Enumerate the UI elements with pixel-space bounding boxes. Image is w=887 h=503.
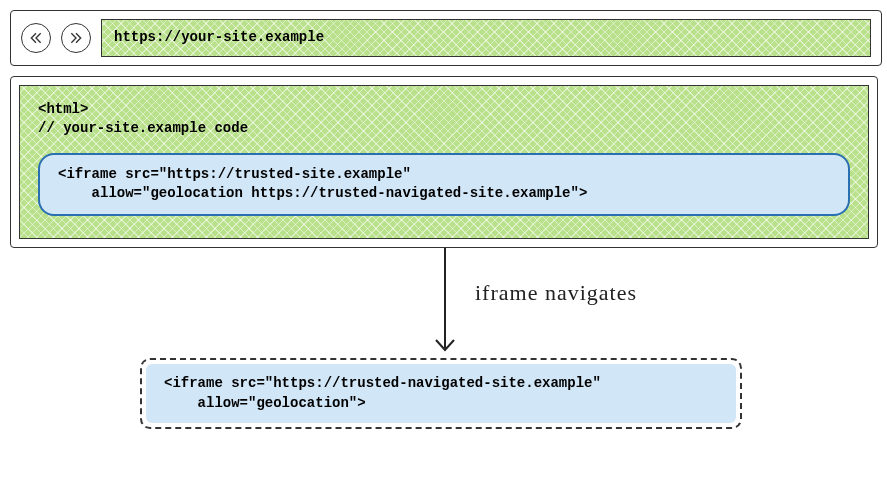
browser-toolbar: https://your-site.example — [10, 10, 882, 66]
html-open-tag: <html> — [38, 100, 850, 120]
double-forward-icon — [68, 30, 84, 46]
double-back-icon — [28, 30, 44, 46]
back-button[interactable] — [21, 23, 51, 53]
navigated-iframe-box: <iframe src="https://trusted-navigated-s… — [146, 364, 736, 423]
url-bar[interactable]: https://your-site.example — [101, 19, 871, 57]
page-comment: // your-site.example code — [38, 119, 850, 139]
iframe2-line-2: allow="geolocation"> — [164, 395, 366, 411]
iframe-line-2: allow="geolocation https://trusted-navig… — [58, 185, 587, 201]
forward-button[interactable] — [61, 23, 91, 53]
page-container: <html> // your-site.example code <iframe… — [10, 76, 878, 248]
page-body: <html> // your-site.example code <iframe… — [19, 85, 869, 239]
navigation-arrow-icon — [430, 248, 460, 363]
navigation-area: iframe navigates <iframe src="https://tr… — [10, 248, 860, 428]
navigation-label: iframe navigates — [475, 278, 637, 309]
iframe2-line-1: <iframe src="https://trusted-navigated-s… — [164, 375, 601, 391]
navigated-iframe-container: <iframe src="https://trusted-navigated-s… — [140, 358, 742, 429]
iframe-source-box: <iframe src="https://trusted-site.exampl… — [38, 153, 850, 216]
iframe-line-1: <iframe src="https://trusted-site.exampl… — [58, 166, 411, 182]
